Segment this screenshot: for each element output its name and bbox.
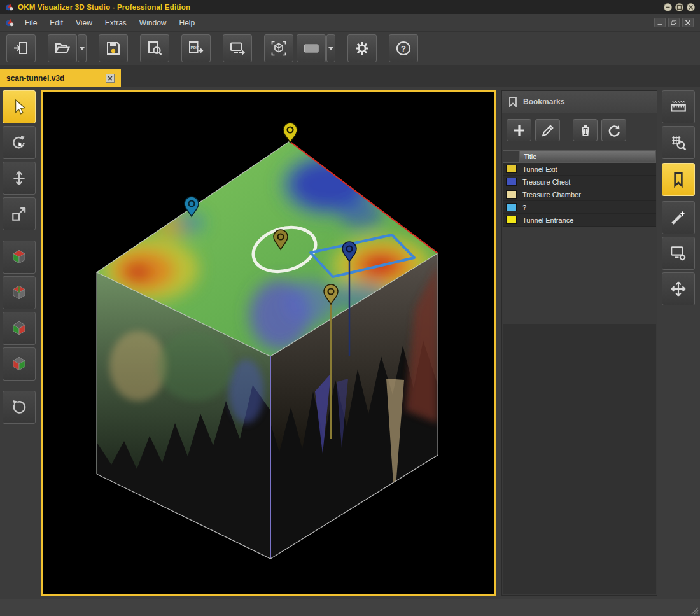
- application-window: OKM Visualizer 3D Studio - Professional …: [0, 0, 700, 616]
- bookmark-row[interactable]: Tunnel Exit: [503, 163, 656, 176]
- plus-icon: [512, 123, 527, 138]
- export-pdf-button[interactable]: PDF: [181, 34, 211, 62]
- select-tool-button[interactable]: [3, 90, 36, 123]
- save-file-button[interactable]: [99, 34, 128, 62]
- view-perspective-button[interactable]: [3, 241, 36, 274]
- capture-settings-button[interactable]: [662, 237, 695, 270]
- move-vertical-icon: [10, 169, 28, 187]
- bookmark-color-swatch: [506, 190, 517, 199]
- bookmark-icon: [669, 171, 687, 188]
- export-screenshot-button[interactable]: [223, 34, 252, 62]
- analysis-tool-button[interactable]: [662, 201, 695, 234]
- menu-extras[interactable]: Extras: [99, 16, 133, 30]
- move-tool-button[interactable]: [3, 162, 36, 195]
- window-minimize-icon[interactable]: [654, 18, 666, 27]
- bookmark-row[interactable]: Tunnel Entrance: [503, 214, 656, 227]
- bookmarks-panel-button[interactable]: [662, 163, 695, 196]
- view-front-button[interactable]: [3, 347, 36, 381]
- open-file-dropdown[interactable]: [78, 34, 87, 62]
- bookmark-row[interactable]: Treasure Chamber: [503, 188, 656, 201]
- import-scan-icon: [13, 40, 29, 57]
- bookmarks-panel: Bookmarks: [501, 90, 657, 596]
- color-column-header[interactable]: [503, 150, 520, 163]
- pdf-export-icon: PDF: [188, 40, 204, 57]
- cube-3d-icon: [270, 40, 287, 57]
- grid-magnifier-icon: [669, 134, 687, 151]
- titlebar-minimize-icon[interactable]: [664, 3, 672, 11]
- menu-edit[interactable]: Edit: [43, 16, 69, 30]
- bookmarks-table: Title Tunnel Exit Treasure Chest Treasur…: [503, 150, 656, 227]
- gear-icon: [354, 40, 370, 57]
- menu-file[interactable]: File: [18, 16, 43, 30]
- refresh-bookmarks-button[interactable]: [601, 119, 626, 141]
- scene-viewport[interactable]: [41, 90, 496, 596]
- background-color-button[interactable]: [297, 34, 326, 62]
- title-bar: OKM Visualizer 3D Studio - Professional …: [0, 0, 700, 14]
- bookmark-row[interactable]: Treasure Chest: [503, 176, 656, 188]
- rotate-icon: [10, 134, 28, 151]
- help-icon: ?: [395, 40, 412, 57]
- menu-window[interactable]: Window: [133, 16, 173, 30]
- window-title: OKM Visualizer 3D Studio - Professional …: [18, 3, 190, 11]
- print-preview-button[interactable]: [140, 34, 169, 62]
- bookmarks-table-header: Title: [503, 150, 656, 163]
- resize-grip[interactable]: [690, 606, 699, 615]
- cursor-icon: [10, 98, 28, 116]
- titlebar-close-icon[interactable]: [687, 3, 695, 11]
- tab-bar: scan-tunnel.v3d: [0, 65, 700, 87]
- delete-bookmark-button[interactable]: [573, 119, 598, 141]
- tab-label: scan-tunnel.v3d: [6, 74, 64, 83]
- reset-view-button[interactable]: [3, 391, 36, 424]
- menu-bar: File Edit View Extras Window Help: [0, 14, 700, 32]
- svg-text:PDF: PDF: [191, 45, 199, 50]
- import-scan-button[interactable]: [6, 34, 36, 62]
- status-bar: [0, 599, 700, 616]
- bookmarks-header: Bookmarks: [502, 91, 657, 113]
- grid-tool-button[interactable]: [662, 126, 695, 159]
- view-top-button[interactable]: [3, 276, 36, 309]
- bookmark-label: Tunnel Exit: [517, 165, 557, 173]
- svg-text:?: ?: [401, 44, 406, 53]
- title-column-header[interactable]: Title: [520, 150, 656, 163]
- trash-icon: [578, 123, 593, 138]
- background-color-dropdown[interactable]: [326, 34, 335, 62]
- main-toolbar: PDF: [0, 32, 700, 65]
- measure-tool-button[interactable]: [662, 90, 695, 123]
- help-button[interactable]: ?: [389, 34, 418, 62]
- titlebar-maximize-icon[interactable]: [675, 3, 683, 11]
- bookmark-label: Tunnel Entrance: [517, 216, 573, 224]
- menu-help[interactable]: Help: [173, 16, 202, 30]
- view-3d-button[interactable]: [264, 34, 293, 62]
- bookmark-color-swatch: [506, 203, 517, 211]
- refresh-icon: [606, 123, 622, 138]
- open-file-button[interactable]: [48, 34, 77, 62]
- bookmark-label: Treasure Chest: [517, 178, 570, 186]
- bookmarks-actions: [502, 113, 657, 146]
- pencil-icon: [540, 123, 556, 138]
- bookmark-color-swatch: [506, 178, 517, 186]
- scale-tool-button[interactable]: [3, 197, 36, 230]
- app-logo-icon: [5, 18, 15, 27]
- bookmarks-empty-area: [503, 324, 656, 594]
- rotate-tool-button[interactable]: [3, 126, 36, 159]
- bookmark-label: ?: [517, 204, 526, 211]
- edit-bookmark-button[interactable]: [535, 119, 560, 141]
- window-restore-icon[interactable]: [668, 18, 680, 27]
- tab-close-icon[interactable]: [106, 74, 115, 83]
- menu-view[interactable]: View: [69, 16, 99, 30]
- add-bookmark-button[interactable]: [507, 119, 531, 141]
- settings-button[interactable]: [347, 34, 377, 62]
- pan-tool-button[interactable]: [662, 272, 695, 305]
- window-close-icon[interactable]: [682, 18, 694, 27]
- bookmark-row[interactable]: ?: [503, 201, 656, 214]
- reset-rotation-icon: [10, 398, 28, 416]
- yellow-pin[interactable]: [283, 123, 297, 143]
- cube-front-icon: [10, 355, 28, 373]
- bookmark-label: Treasure Chamber: [517, 191, 581, 199]
- ruler-icon: [669, 98, 687, 116]
- tab-scan-tunnel[interactable]: scan-tunnel.v3d: [0, 69, 121, 87]
- view-side-button[interactable]: [3, 312, 36, 345]
- chevron-down-icon: [80, 47, 85, 50]
- scan-3d-visualization: [43, 92, 494, 594]
- bookmark-color-swatch: [506, 216, 517, 224]
